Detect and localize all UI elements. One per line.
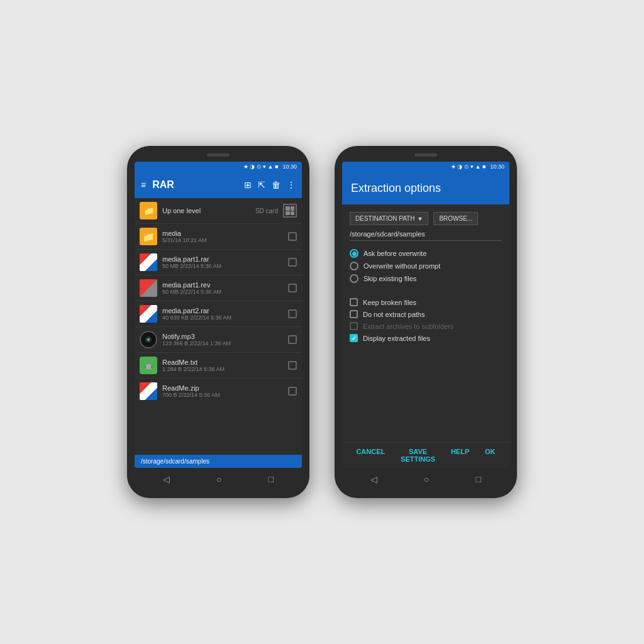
back-button[interactable]: ◁: [163, 474, 170, 484]
add-icon[interactable]: ⊞: [244, 180, 252, 190]
checkbox-label-subfolders: Extract archives to subfolders: [363, 323, 453, 330]
file-name: Notify.mp3: [162, 333, 283, 340]
extraction-title: Extraction options: [351, 182, 441, 195]
file-name: media: [162, 230, 283, 237]
checkbox-display[interactable]: ✓ Display extracted files: [350, 332, 502, 344]
up-one-level-label: Up one level: [162, 207, 250, 214]
list-item[interactable]: media.part2.rar 40 630 KB 2/22/14 5:36 A…: [135, 301, 302, 327]
left-time: 10:30: [282, 164, 297, 170]
checkbox-keep-broken[interactable]: Keep broken files: [350, 296, 502, 308]
right-time: 10:30: [490, 164, 504, 170]
save-settings-button[interactable]: SAVESETTINGS: [401, 448, 435, 463]
checkbox-box-keep-broken: [350, 298, 358, 306]
rar-icon: [140, 253, 157, 271]
file-checkbox[interactable]: [288, 258, 297, 267]
dest-path-button[interactable]: DESTINATION PATH ▼: [350, 212, 428, 225]
file-meta: 1 284 B 2/22/14 5:36 AM: [162, 366, 283, 372]
file-meta: 123 366 B 2/22/14 1:36 AM: [162, 340, 283, 347]
file-info: ReadMe.zip 700 B 2/22/14 5:36 AM: [162, 384, 283, 398]
delete-icon[interactable]: 🗑: [272, 180, 280, 190]
checkbox-box-no-paths: [350, 310, 358, 318]
list-item[interactable]: 🤖 ReadMe.txt 1 284 B 2/22/14 5:36 AM: [135, 353, 302, 379]
radio-label-skip: Skip existing files: [364, 275, 416, 282]
right-nav-bar: ◁ ○ □: [342, 468, 509, 491]
radio-skip[interactable]: Skip existing files: [350, 272, 502, 285]
list-item[interactable]: media.part1.rar 50 MB 2/22/14 5:36 AM: [135, 250, 302, 275]
checkbox-box-display: ✓: [350, 334, 358, 342]
file-info: ReadMe.txt 1 284 B 2/22/14 5:36 AM: [162, 358, 283, 372]
more-icon[interactable]: ⋮: [287, 180, 296, 190]
extraction-actions: CANCEL SAVESETTINGS HELP OK: [342, 442, 509, 468]
file-name: media.part1.rev: [162, 281, 283, 289]
right-phone: ★ ◑ ⊙ ▾ ▲ ■ 10:30 Extraction options DES…: [335, 146, 517, 498]
cancel-button[interactable]: CANCEL: [356, 448, 385, 463]
rev-icon: [140, 279, 157, 297]
file-checkbox[interactable]: [288, 284, 297, 292]
file-info: media.part1.rar 50 MB 2/22/14 5:36 AM: [162, 255, 283, 269]
list-item[interactable]: media.part1.rev 50 MB 2/22/14 5:36 AM: [135, 275, 302, 301]
zip-icon: [140, 382, 157, 400]
right-status-icons: ★ ◑ ⊙ ▾ ▲ ■: [451, 164, 486, 170]
radio-overwrite[interactable]: Overwrite without prompt: [350, 260, 502, 272]
file-checkbox[interactable]: [288, 335, 297, 344]
app-title: RAR: [152, 179, 238, 191]
file-meta: 5/31/14 10:21 AM: [162, 237, 283, 243]
file-checkbox[interactable]: [288, 387, 297, 396]
phone-speaker: [207, 153, 230, 157]
file-list: 📁 ↑ Up one level SD card 📁 media 5/: [135, 198, 302, 455]
file-checkbox[interactable]: [288, 361, 297, 370]
file-meta: 50 MB 2/22/14 5:36 AM: [162, 289, 283, 295]
current-path-text: /storage/sdcard/samples: [141, 458, 209, 465]
mp3-icon: [140, 331, 157, 348]
back-button[interactable]: ◁: [370, 474, 377, 484]
radio-circle-overwrite: [350, 262, 358, 270]
radio-label-ask: Ask before overwrite: [364, 250, 426, 257]
browse-button[interactable]: BROWSE...: [433, 212, 478, 225]
list-item[interactable]: 📁 ↑ Up one level SD card: [135, 198, 302, 224]
file-checkbox[interactable]: [288, 309, 297, 318]
radio-circle-skip: [350, 274, 358, 283]
file-meta: 50 MB 2/22/14 5:36 AM: [162, 263, 283, 269]
checkbox-label-no-paths: Do not extract paths: [363, 311, 425, 318]
rar2-icon: [140, 305, 157, 323]
chevron-down-icon: ▼: [417, 216, 423, 222]
screenshot-container: ★ ◑ ⊙ ▾ ▲ ■ 10:30 ≡ RAR ⊞ ⇱ 🗑 ⋮ 📁 ↑: [127, 146, 517, 498]
left-app-toolbar: ≡ RAR ⊞ ⇱ 🗑 ⋮: [135, 172, 302, 198]
recent-button[interactable]: □: [476, 474, 481, 484]
checkbox-options: Keep broken files Do not extract paths E…: [350, 296, 502, 344]
radio-circle-ask: [350, 249, 358, 258]
list-item[interactable]: 📁 media 5/31/14 10:21 AM: [135, 224, 302, 250]
list-item[interactable]: Notify.mp3 123 366 B 2/22/14 1:36 AM: [135, 327, 302, 353]
list-item[interactable]: ReadMe.zip 700 B 2/22/14 5:36 AM: [135, 379, 302, 404]
sd-card-label: SD card: [255, 208, 278, 214]
checkbox-box-subfolders: [350, 322, 358, 330]
checkmark-icon: ✓: [352, 335, 357, 341]
file-meta: 40 630 KB 2/22/14 5:36 AM: [162, 314, 283, 321]
left-status-icons: ★ ◑ ⊙ ▾ ▲ ■: [243, 164, 279, 170]
left-phone: ★ ◑ ⊙ ▾ ▲ ■ 10:30 ≡ RAR ⊞ ⇱ 🗑 ⋮ 📁 ↑: [127, 146, 309, 498]
help-button[interactable]: HELP: [451, 448, 469, 463]
home-button[interactable]: ○: [424, 474, 429, 484]
right-phone-screen: ★ ◑ ⊙ ▾ ▲ ■ 10:30 Extraction options DES…: [342, 162, 509, 468]
folder-up-icon: 📁 ↑: [140, 202, 157, 219]
expand-icon[interactable]: ⇱: [258, 180, 265, 190]
checkbox-no-paths[interactable]: Do not extract paths: [350, 308, 502, 320]
ok-button[interactable]: OK: [485, 448, 496, 463]
radio-ask[interactable]: Ask before overwrite: [350, 247, 502, 260]
home-button[interactable]: ○: [216, 474, 221, 484]
checkbox-label-display: Display extracted files: [363, 335, 430, 342]
extraction-content: DESTINATION PATH ▼ BROWSE... /storage/sd…: [342, 204, 509, 442]
left-phone-screen: ★ ◑ ⊙ ▾ ▲ ■ 10:30 ≡ RAR ⊞ ⇱ 🗑 ⋮ 📁 ↑: [135, 162, 302, 468]
menu-icon[interactable]: ≡: [141, 180, 146, 190]
file-checkbox[interactable]: [288, 232, 297, 241]
checkbox-subfolders: Extract archives to subfolders: [350, 320, 502, 332]
radio-options: Ask before overwrite Overwrite without p…: [350, 247, 502, 285]
file-info: Notify.mp3 123 366 B 2/22/14 1:36 AM: [162, 333, 283, 347]
file-name: ReadMe.zip: [162, 384, 283, 392]
extraction-toolbar: Extraction options: [342, 172, 509, 204]
file-name: media.part2.rar: [162, 307, 283, 314]
checkbox-label-keep-broken: Keep broken files: [363, 299, 416, 306]
file-name: ReadMe.txt: [162, 358, 283, 366]
grid-view-icon[interactable]: [283, 204, 297, 218]
recent-button[interactable]: □: [269, 474, 274, 484]
